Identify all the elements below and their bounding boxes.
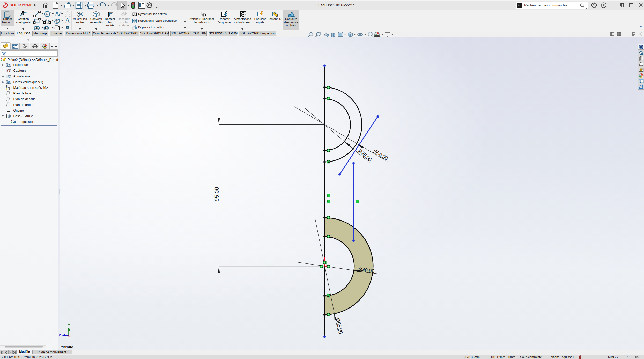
svg-text:A: A [8,75,10,78]
svg-text:Ø35.00: Ø35.00 [357,148,373,163]
svg-text:*Droite: *Droite [61,345,73,349]
svg-text:Y: Y [68,323,70,327]
svg-text:95.00: 95.00 [213,187,220,201]
svg-text:Ø65.00: Ø65.00 [335,318,344,334]
svg-text:Ø50.00: Ø50.00 [372,148,389,162]
svg-text:Z: Z [59,333,61,337]
